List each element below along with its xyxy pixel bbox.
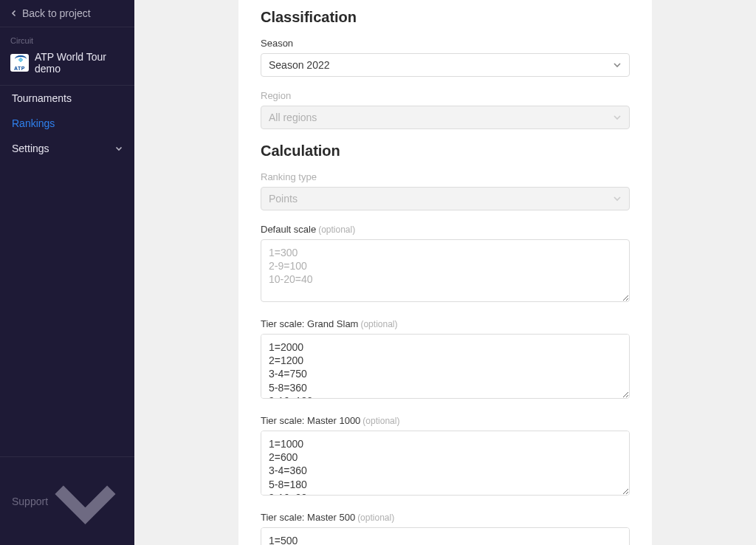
default-scale-textarea[interactable] [261,239,630,302]
region-select: All regions [261,106,630,129]
circuit-name: ATP World Tour demo [35,51,124,75]
region-value: All regions [269,112,317,123]
field-tier-master-1000: Tier scale: Master 1000(optional) [261,415,630,498]
chevron-down-icon [613,113,622,122]
tier-master-500-label: Tier scale: Master 500(optional) [261,512,630,523]
circuit-item[interactable]: ATP ATP World Tour demo [10,51,124,75]
ranking-type-label: Ranking type [261,171,630,182]
field-season: Season Season 2022 [261,38,630,77]
sidebar: Back to project Circuit ATP ATP World To… [0,0,134,545]
back-label: Back to project [22,7,91,19]
back-to-project-link[interactable]: Back to project [0,0,134,27]
circuit-heading: Circuit [10,36,124,45]
tier-master-500-textarea[interactable] [261,527,630,545]
season-select[interactable]: Season 2022 [261,53,630,77]
sidebar-item-rankings[interactable]: Rankings [0,111,134,136]
form-card: Classification Season Season 2022 Region… [238,0,652,545]
sidebar-top: Back to project Circuit ATP ATP World To… [0,0,134,456]
sidebar-item-settings[interactable]: Settings [0,136,134,161]
nav-label: Settings [12,143,49,154]
field-default-scale: Default scale(optional) [261,224,630,305]
tier-grand-slam-label: Tier scale: Grand Slam(optional) [261,318,630,329]
region-label: Region [261,90,630,101]
chevron-down-icon [613,61,622,69]
circuit-section: Circuit ATP ATP World Tour demo [0,27,134,86]
sidebar-item-support[interactable]: Support [0,456,134,545]
optional-hint: (optional) [318,224,355,235]
ranking-type-value: Points [269,193,298,205]
tier-master-1000-label: Tier scale: Master 1000(optional) [261,415,630,426]
field-tier-grand-slam: Tier scale: Grand Slam(optional) [261,318,630,402]
optional-hint: (optional) [360,319,397,329]
default-scale-label: Default scale(optional) [261,224,630,235]
nav-label: Rankings [12,117,55,129]
chevron-left-icon [10,10,18,17]
chevron-down-icon [48,464,123,538]
nav-label: Tournaments [12,92,72,104]
calculation-heading: Calculation [261,143,630,160]
field-tier-master-500: Tier scale: Master 500(optional) [261,512,630,545]
chevron-down-icon [613,194,622,203]
support-label: Support [12,496,48,507]
main-content: Classification Season Season 2022 Region… [134,0,756,545]
field-region: Region All regions [261,90,630,129]
field-ranking-type: Ranking type Points [261,171,630,210]
classification-heading: Classification [261,0,630,26]
ranking-type-select: Points [261,187,630,210]
optional-hint: (optional) [357,513,394,523]
tier-master-1000-textarea[interactable] [261,431,630,496]
tier-grand-slam-textarea[interactable] [261,334,630,399]
season-value: Season 2022 [269,59,330,71]
sidebar-item-tournaments[interactable]: Tournaments [0,86,134,111]
circuit-logo: ATP [10,54,29,72]
chevron-down-icon [115,145,123,152]
season-label: Season [261,38,630,49]
optional-hint: (optional) [362,416,399,426]
